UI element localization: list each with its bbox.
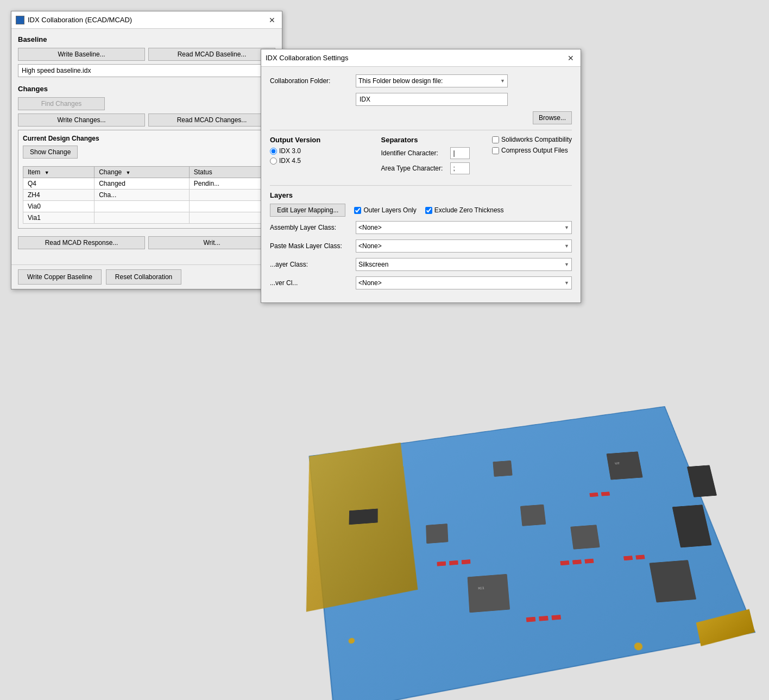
baseline-section: Baseline Write Baseline... Read MCAD Bas…	[18, 35, 275, 77]
outer-layers-label: Outer Layers Only	[363, 206, 416, 214]
changes-table: Item ▼ Change ▼ Status	[23, 166, 270, 224]
svg-rect-18	[623, 556, 633, 560]
main-window: IDX Collaboration (ECAD/MCAD) ✕ Baseline…	[11, 11, 282, 289]
col-status-header[interactable]: Status	[189, 167, 270, 178]
write-baseline-button[interactable]: Write Baseline...	[18, 48, 145, 61]
svg-rect-17	[601, 491, 610, 496]
layer-class2-label: ...ver Cl...	[270, 279, 351, 287]
write-copper-baseline-button[interactable]: Write Copper Baseline	[18, 269, 102, 285]
identifier-input[interactable]	[450, 147, 470, 159]
show-change-button[interactable]: Show Change	[23, 146, 78, 159]
radio-idx45[interactable]	[270, 157, 277, 165]
svg-rect-7	[520, 504, 546, 526]
settings-title-bar: IDX Collaboration Settings ✕	[261, 49, 581, 67]
svg-text:U2: U2	[615, 462, 620, 465]
write-changes-button[interactable]: Write Changes...	[18, 113, 145, 127]
change-sort-icon: ▼	[126, 170, 131, 175]
pcb-board-3d: IC1 U2	[267, 377, 769, 700]
svg-rect-13	[560, 560, 569, 565]
output-version-label: Output Version	[270, 136, 370, 144]
folder-dropdown-arrow: ▼	[500, 78, 505, 84]
folder-path-row	[356, 93, 572, 106]
read-mcad-baseline-button[interactable]: Read MCAD Baseline...	[148, 48, 275, 61]
main-close-button[interactable]: ✕	[267, 15, 278, 26]
collaboration-folder-label: Collaboration Folder:	[270, 77, 351, 85]
baseline-filename-input[interactable]	[18, 64, 275, 77]
settings-window-title: IDX Collaboration Settings	[266, 54, 348, 62]
read-mcad-response-button[interactable]: Read MCAD Response...	[18, 236, 145, 249]
folder-path-input[interactable]	[356, 93, 508, 106]
item-cell: ZH4	[23, 190, 94, 201]
outer-layers-checkbox[interactable]	[354, 207, 361, 214]
solidworks-label: Solidworks Compatibility	[501, 136, 572, 143]
area-type-input[interactable]	[450, 162, 470, 174]
app-icon	[16, 16, 24, 24]
item-cell: Q4	[23, 178, 94, 190]
area-type-label: Area Type Character:	[381, 165, 446, 172]
svg-rect-5	[649, 560, 696, 602]
solidworks-checkbox[interactable]	[492, 136, 499, 143]
layers-header: Edit Layer Mapping... Outer Layers Only …	[270, 204, 572, 217]
separators-col: Separators Identifier Character: Area Ty…	[381, 136, 481, 180]
svg-rect-9	[493, 461, 512, 477]
reset-collaboration-button[interactable]: Reset Collaboration	[106, 269, 181, 285]
radio-idx30[interactable]	[270, 148, 277, 155]
collaboration-folder-row: Collaboration Folder: This Folder below …	[270, 74, 572, 87]
item-cell: Via0	[23, 201, 94, 212]
layer-class-label: ...ayer Class:	[270, 261, 351, 268]
find-changes-button[interactable]: Find Changes	[18, 97, 105, 110]
read-mcad-changes-button[interactable]: Read MCAD Changes...	[148, 113, 275, 127]
output-version-radio-group: IDX 3.0 IDX 4.5	[270, 147, 370, 165]
svg-rect-11	[449, 560, 458, 565]
svg-rect-3	[468, 574, 510, 613]
svg-rect-4	[606, 451, 642, 480]
table-row[interactable]: Via0	[23, 201, 270, 212]
layer-class2-dropdown[interactable]: <None> ▼	[356, 276, 572, 289]
status-cell: Pendin...	[189, 178, 270, 190]
table-row[interactable]: ZH4 Cha...	[23, 190, 270, 201]
exclude-zero-row: Exclude Zero Thickness	[425, 206, 504, 214]
layer-class-arrow: ▼	[564, 262, 569, 267]
svg-rect-22	[551, 615, 561, 620]
paste-mask-dropdown[interactable]: <None> ▼	[356, 239, 572, 253]
change-cell: Cha...	[94, 190, 190, 201]
assembly-dropdown-arrow: ▼	[564, 225, 569, 230]
compress-label: Compress Output Files	[501, 147, 568, 154]
main-bottom-buttons: Write Copper Baseline Reset Collaboratio…	[11, 264, 282, 289]
svg-text:IC1: IC1	[478, 586, 484, 590]
settings-columns: Output Version IDX 3.0 IDX 4.5 Separator…	[270, 136, 572, 180]
assembly-layer-label: Assembly Layer Class:	[270, 224, 351, 231]
baseline-label: Baseline	[18, 35, 275, 43]
table-row[interactable]: Via1	[23, 212, 270, 224]
col-change-header[interactable]: Change ▼	[94, 167, 190, 178]
identifier-row: Identifier Character:	[381, 147, 481, 159]
edit-layer-mapping-button[interactable]: Edit Layer Mapping...	[270, 204, 345, 217]
settings-window: IDX Collaboration Settings ✕ Collaborati…	[261, 49, 581, 303]
settings-close-button[interactable]: ✕	[565, 53, 576, 64]
layer-class2-arrow: ▼	[564, 280, 569, 286]
identifier-label: Identifier Character:	[381, 149, 446, 157]
outer-layers-row: Outer Layers Only	[354, 206, 416, 214]
write-response-button[interactable]: Writ...	[148, 236, 275, 249]
change-cell	[94, 201, 190, 212]
exclude-zero-checkbox[interactable]	[425, 207, 432, 214]
solidworks-checkbox-row: Solidworks Compatibility	[492, 136, 572, 143]
checkboxes-col: Solidworks Compatibility Compress Output…	[492, 136, 572, 180]
radio-idx45-row: IDX 4.5	[270, 157, 370, 165]
col-item-header[interactable]: Item ▼	[23, 167, 94, 178]
table-row[interactable]: Q4 Changed Pendin...	[23, 178, 270, 190]
svg-rect-23	[349, 508, 378, 525]
assembly-layer-dropdown[interactable]: <None> ▼	[356, 221, 572, 234]
item-cell: Via1	[23, 212, 94, 224]
folder-dropdown[interactable]: This Folder below design file: ▼	[356, 74, 508, 87]
radio-idx30-row: IDX 3.0	[270, 147, 370, 155]
current-design-changes-panel: Current Design Changes Show Change Item …	[18, 130, 275, 229]
layer-class-dropdown[interactable]: Silkscreen ▼	[356, 258, 572, 271]
browse-button[interactable]: Browse...	[533, 111, 572, 124]
layers-label: Layers	[270, 191, 572, 199]
paste-mask-label: Paste Mask Layer Class:	[270, 242, 351, 250]
current-design-changes-label: Current Design Changes	[23, 135, 270, 142]
svg-rect-16	[589, 493, 598, 497]
changes-section: Changes Find Changes Write Changes... Re…	[18, 85, 275, 229]
compress-checkbox[interactable]	[492, 147, 499, 154]
